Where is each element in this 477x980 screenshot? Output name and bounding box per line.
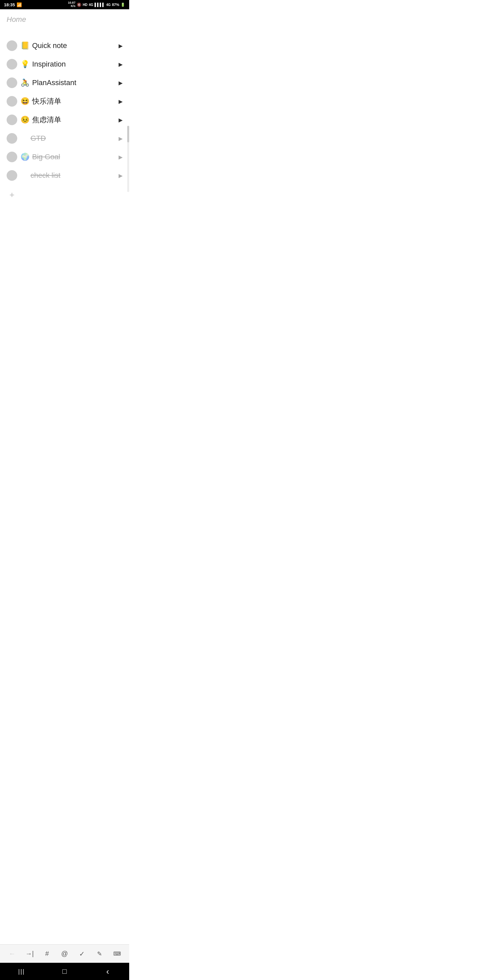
item-dot xyxy=(6,59,17,70)
hd-label: HD xyxy=(83,3,88,6)
item-label: GTD xyxy=(30,134,119,143)
add-notebook-button[interactable]: + xyxy=(0,185,129,205)
signal-4g2-icon: 4G xyxy=(106,3,111,6)
battery-label: 87% xyxy=(112,3,119,6)
list-item[interactable]: check list ▶ xyxy=(0,166,129,185)
signal-bars-icon: ▌▌▌▌ xyxy=(94,3,105,6)
item-label: 快乐清单 xyxy=(32,96,119,106)
chevron-icon: ▶ xyxy=(119,80,123,86)
item-dot xyxy=(6,133,17,144)
page-header: Home xyxy=(0,9,129,27)
item-emoji: 🚴 xyxy=(21,78,29,87)
item-emoji: 💡 xyxy=(21,60,29,68)
item-emoji: 📒 xyxy=(21,41,29,50)
scrollbar-thumb xyxy=(127,126,129,142)
item-dot xyxy=(6,115,17,125)
chevron-icon: ▶ xyxy=(119,172,123,179)
item-label: Big Goal xyxy=(32,153,119,161)
item-dot xyxy=(6,40,17,51)
battery-icon: 🔋 xyxy=(121,3,125,7)
network-speed: 10.87K/s xyxy=(68,1,75,8)
wifi-icon: 📶 xyxy=(17,2,22,7)
chevron-icon: ▶ xyxy=(119,61,123,68)
page-title: Home xyxy=(6,15,123,24)
item-label: Quick note xyxy=(32,41,119,50)
chevron-icon: ▶ xyxy=(119,117,123,123)
status-bar: 18:35 📶 10.87K/s 🔇 HD 4G ▌▌▌▌ 4G 87% 🔋 xyxy=(0,0,129,9)
list-item[interactable]: 🚴 PlanAssistant ▶ xyxy=(0,73,129,92)
item-label: 焦虑清单 xyxy=(32,115,119,125)
notebook-list: 📒 Quick note ▶ 💡 Inspiration ▶ 🚴 PlanAss… xyxy=(0,27,129,211)
item-dot xyxy=(6,170,17,181)
item-dot xyxy=(6,96,17,107)
mute-icon: 🔇 xyxy=(77,3,81,7)
item-label: Inspiration xyxy=(32,60,119,68)
list-item[interactable]: GTD ▶ xyxy=(0,129,129,148)
list-item[interactable]: 📒 Quick note ▶ xyxy=(0,37,129,55)
item-emoji: 🌍 xyxy=(21,153,29,161)
signal-4g-icon: 4G xyxy=(89,3,93,6)
status-right: 10.87K/s 🔇 HD 4G ▌▌▌▌ 4G 87% 🔋 xyxy=(68,1,125,8)
chevron-icon: ▶ xyxy=(119,135,123,142)
chevron-icon: ▶ xyxy=(119,154,123,160)
plus-icon: + xyxy=(6,189,17,200)
chevron-icon: ▶ xyxy=(119,43,123,49)
list-item[interactable]: 😣 焦虑清单 ▶ xyxy=(0,111,129,129)
list-item[interactable]: 💡 Inspiration ▶ xyxy=(0,55,129,73)
list-item[interactable]: 🌍 Big Goal ▶ xyxy=(0,148,129,166)
item-emoji: 😆 xyxy=(21,97,29,106)
chevron-icon: ▶ xyxy=(119,98,123,105)
list-item[interactable]: 😆 快乐清单 ▶ xyxy=(0,92,129,111)
time: 18:35 xyxy=(4,2,15,7)
item-emoji: 😣 xyxy=(21,116,29,124)
item-dot xyxy=(6,152,17,162)
scrollbar-track xyxy=(127,126,129,192)
item-dot xyxy=(6,78,17,88)
status-left: 18:35 📶 xyxy=(4,2,22,7)
item-label: PlanAssistant xyxy=(32,78,119,87)
item-label: check list xyxy=(30,171,119,180)
